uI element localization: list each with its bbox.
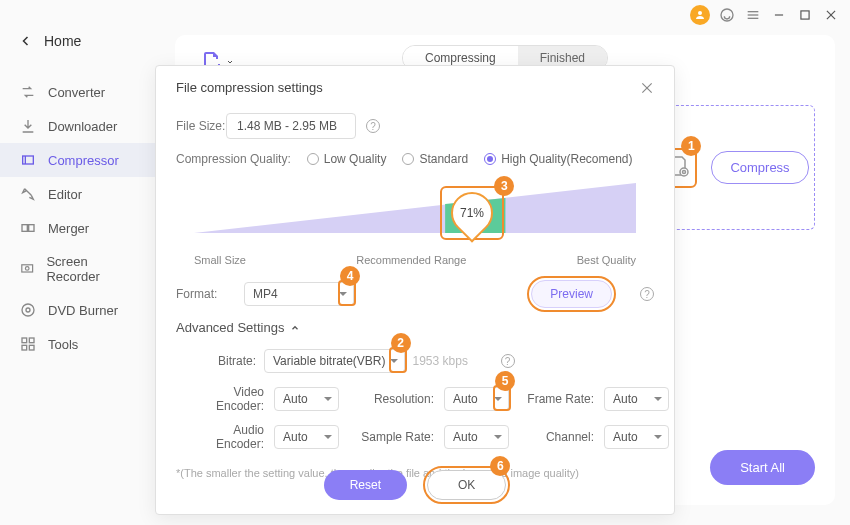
user-avatar[interactable] bbox=[690, 5, 710, 25]
support-icon[interactable] bbox=[718, 6, 736, 24]
framerate-select[interactable]: Auto bbox=[604, 387, 669, 411]
annotation-4: 4 bbox=[340, 266, 360, 286]
sidebar-label: DVD Burner bbox=[48, 303, 118, 318]
merger-icon bbox=[20, 220, 36, 236]
sidebar: Home Converter Downloader Compressor Edi… bbox=[0, 0, 155, 525]
close-button[interactable] bbox=[822, 6, 840, 24]
compression-quality-label: Compression Quality: bbox=[176, 152, 291, 166]
help-icon[interactable]: ? bbox=[366, 119, 380, 133]
svg-rect-19 bbox=[22, 345, 27, 350]
samplerate-label: Sample Rate: bbox=[349, 430, 434, 444]
sidebar-item-screen-recorder[interactable]: Screen Recorder bbox=[0, 245, 155, 293]
channel-select[interactable]: Auto bbox=[604, 425, 669, 449]
compressor-icon bbox=[20, 152, 36, 168]
svg-point-16 bbox=[26, 308, 30, 312]
samplerate-select[interactable]: Auto bbox=[444, 425, 509, 449]
annotation-3: 3 bbox=[494, 176, 514, 196]
dialog-title: File compression settings bbox=[176, 80, 323, 95]
home-label: Home bbox=[44, 33, 81, 49]
help-icon[interactable]: ? bbox=[640, 287, 654, 301]
slider-percent: 71% bbox=[460, 206, 484, 220]
dvd-icon bbox=[20, 302, 36, 318]
menu-icon[interactable] bbox=[744, 6, 762, 24]
minimize-button[interactable] bbox=[770, 6, 788, 24]
preview-button[interactable]: Preview bbox=[531, 280, 612, 308]
resolution-label: Resolution: bbox=[349, 392, 434, 406]
annotation-5: 5 bbox=[495, 371, 515, 391]
svg-point-21 bbox=[680, 168, 688, 176]
audio-encoder-select[interactable]: Auto bbox=[274, 425, 339, 449]
sidebar-label: Compressor bbox=[48, 153, 119, 168]
sidebar-item-tools[interactable]: Tools bbox=[0, 327, 155, 361]
framerate-label: Frame Rate: bbox=[519, 392, 594, 406]
bitrate-kbps bbox=[413, 354, 483, 368]
slider-label-recommended: Recommended Range bbox=[356, 254, 466, 266]
download-icon bbox=[20, 118, 36, 134]
sidebar-item-editor[interactable]: Editor bbox=[0, 177, 155, 211]
svg-marker-25 bbox=[194, 183, 636, 233]
advanced-settings-toggle[interactable]: Advanced Settings bbox=[176, 320, 654, 335]
bitrate-label: Bitrate: bbox=[184, 354, 256, 368]
sidebar-item-dvd-burner[interactable]: DVD Burner bbox=[0, 293, 155, 327]
svg-rect-13 bbox=[22, 265, 33, 272]
slider-pin[interactable]: 71% bbox=[451, 192, 493, 234]
channel-label: Channel: bbox=[519, 430, 594, 444]
compress-button[interactable]: Compress bbox=[711, 151, 808, 184]
svg-rect-18 bbox=[29, 338, 34, 343]
filesize-input[interactable] bbox=[226, 113, 356, 139]
svg-rect-11 bbox=[22, 225, 27, 232]
svg-rect-17 bbox=[22, 338, 27, 343]
svg-point-14 bbox=[25, 267, 29, 271]
screen-icon bbox=[20, 261, 34, 277]
sidebar-item-merger[interactable]: Merger bbox=[0, 211, 155, 245]
radio-low-quality[interactable]: Low Quality bbox=[307, 151, 387, 166]
svg-point-15 bbox=[22, 304, 34, 316]
dialog-close-button[interactable] bbox=[640, 81, 654, 95]
sidebar-label: Editor bbox=[48, 187, 82, 202]
sidebar-label: Converter bbox=[48, 85, 105, 100]
svg-rect-12 bbox=[29, 225, 34, 232]
annotation-2: 2 bbox=[391, 333, 411, 353]
editor-icon bbox=[20, 186, 36, 202]
reset-button[interactable]: Reset bbox=[324, 470, 407, 500]
video-encoder-label: Video Encoder: bbox=[184, 385, 264, 413]
help-icon[interactable]: ? bbox=[501, 354, 515, 368]
chevron-up-icon bbox=[290, 323, 300, 333]
drop-zone: 1 Compress bbox=[655, 105, 815, 230]
annotation-6: 6 bbox=[490, 456, 510, 476]
svg-rect-9 bbox=[23, 156, 34, 164]
sidebar-label: Screen Recorder bbox=[46, 254, 135, 284]
radio-high-quality[interactable]: High Quality(Recomend) bbox=[484, 151, 632, 166]
maximize-button[interactable] bbox=[796, 6, 814, 24]
format-label: Format: bbox=[176, 287, 226, 301]
radio-standard[interactable]: Standard bbox=[402, 151, 468, 166]
filesize-label: File Size: bbox=[176, 119, 226, 133]
sidebar-item-compressor[interactable]: Compressor bbox=[0, 143, 155, 177]
slider-label-small: Small Size bbox=[194, 254, 246, 266]
sidebar-item-converter[interactable]: Converter bbox=[0, 75, 155, 109]
quality-slider[interactable]: 3 71% bbox=[194, 178, 636, 248]
file-compression-dialog: File compression settings File Size: ? C… bbox=[155, 65, 675, 515]
annotation-1: 1 bbox=[681, 136, 701, 156]
svg-rect-6 bbox=[801, 11, 809, 19]
svg-rect-20 bbox=[29, 345, 34, 350]
tools-icon bbox=[20, 336, 36, 352]
chevron-left-icon bbox=[20, 35, 32, 47]
converter-icon bbox=[20, 84, 36, 100]
sidebar-label: Downloader bbox=[48, 119, 117, 134]
slider-label-best: Best Quality bbox=[577, 254, 636, 266]
back-home[interactable]: Home bbox=[0, 25, 155, 57]
audio-encoder-label: Audio Encoder: bbox=[184, 423, 264, 451]
sidebar-label: Tools bbox=[48, 337, 78, 352]
bitrate-select[interactable]: Variable bitrate(VBR) bbox=[264, 349, 405, 373]
sidebar-item-downloader[interactable]: Downloader bbox=[0, 109, 155, 143]
start-all-button[interactable]: Start All bbox=[710, 450, 815, 485]
svg-point-0 bbox=[698, 11, 702, 15]
sidebar-label: Merger bbox=[48, 221, 89, 236]
video-encoder-select[interactable]: Auto bbox=[274, 387, 339, 411]
